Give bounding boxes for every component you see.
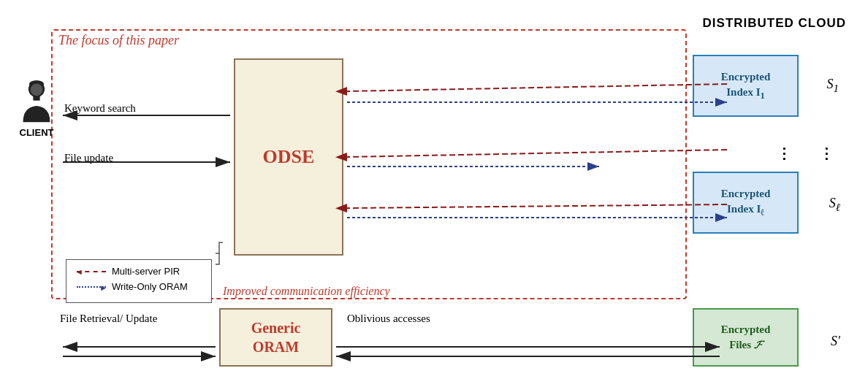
distributed-cloud-label: DISTRIBUTED CLOUD <box>703 16 846 31</box>
encrypted-files-label: EncryptedFiles 𝓕 <box>721 322 771 353</box>
legend-box: ◄ Multi-server PIR ► Write-Only ORAM <box>66 259 212 303</box>
encrypted-index-1-label: EncryptedIndex I1 <box>721 69 771 103</box>
file-update-label: File update <box>64 152 113 164</box>
improved-communication-label: Improved communication efficiency <box>223 285 390 298</box>
svg-rect-2 <box>33 96 39 100</box>
diagram-container: DISTRIBUTED CLOUD The focus of this pape… <box>7 7 861 380</box>
pir-legend-item: ◄ Multi-server PIR <box>77 266 201 277</box>
encrypted-files-box: EncryptedFiles 𝓕 <box>693 308 799 367</box>
encrypted-index-1-box: EncryptedIndex I1 <box>693 55 799 117</box>
odse-label: ODSE <box>263 146 315 168</box>
client-icon <box>18 80 55 124</box>
sp-label: S′ <box>831 334 840 349</box>
dots-middle: ⋮ <box>777 145 791 162</box>
encrypted-index-2-label: EncryptedIndex Iℓ <box>721 186 771 220</box>
client-label: CLIENT <box>20 127 54 138</box>
oram-arrow-right: ► <box>99 283 107 292</box>
generic-oram-label: GenericORAM <box>251 318 301 356</box>
svg-point-3 <box>31 84 43 96</box>
oram-legend-item: ► Write-Only ORAM <box>77 281 201 292</box>
oram-legend-label: Write-Only ORAM <box>112 281 188 292</box>
odse-box: ODSE <box>234 58 343 256</box>
file-retrieval-label: File Retrieval/ Update <box>60 313 157 325</box>
keyword-search-label: Keyword search <box>64 102 136 115</box>
sl-label: Sℓ <box>829 196 840 214</box>
encrypted-index-2-box: EncryptedIndex Iℓ <box>693 172 799 234</box>
pir-line-icon: ◄ <box>77 271 106 272</box>
oblivious-accesses-label: Oblivious accesses <box>347 313 430 325</box>
pir-arrow-left: ◄ <box>75 267 83 276</box>
s1-label: S1 <box>827 77 840 95</box>
generic-oram-box: GenericORAM <box>219 308 332 367</box>
focus-label: The focus of this paper <box>58 33 179 48</box>
pir-legend-label: Multi-server PIR <box>112 266 180 277</box>
client-figure: CLIENT <box>18 80 55 138</box>
dots-right: ⋮ <box>819 145 834 162</box>
oram-line-icon: ► <box>77 286 106 288</box>
